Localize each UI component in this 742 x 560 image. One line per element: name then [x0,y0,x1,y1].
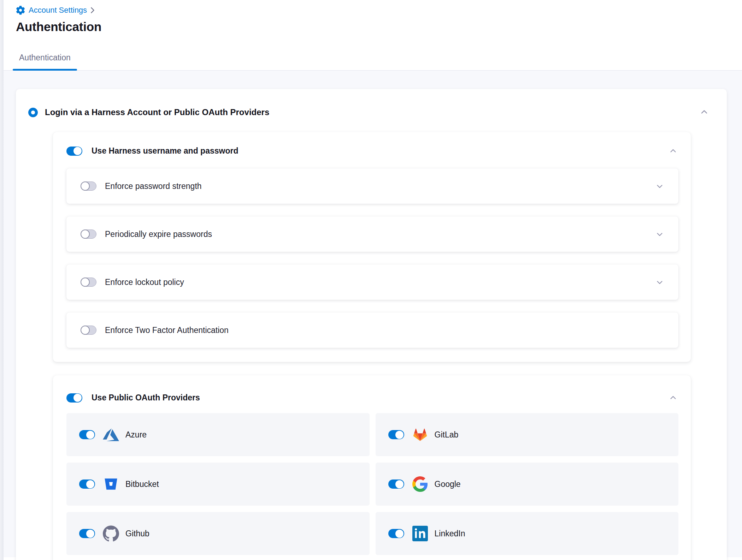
harness-username-password-toggle[interactable] [66,147,82,156]
expand-row-button[interactable] [655,278,664,287]
expand-row-button[interactable] [655,181,664,191]
row-label: Enforce Two Factor Authentication [105,326,229,335]
github-toggle[interactable] [79,529,95,538]
breadcrumb: Account Settings [16,5,742,16]
provider-label: Google [435,479,461,489]
bitbucket-toggle[interactable] [79,479,95,489]
toggle-knob [81,278,90,287]
row-label: Enforce password strength [105,181,202,191]
enforce-two-factor-authentication-row: Enforce Two Factor Authentication [66,312,678,348]
login-method-section-header: Login via a Harness Account or Public OA… [28,107,714,117]
oauth-card-collapse-button[interactable] [669,393,678,403]
tab-bar: Authentication [0,44,742,71]
oauth-card-header: Use Public OAuth Providers [66,393,678,403]
toggle-knob [395,530,404,538]
chevron-up-icon [669,393,678,403]
toggle-knob [395,480,404,488]
provider-tile-azure: Azure [66,413,370,456]
harness-username-password-card: Use Harness username and password Enforc… [53,132,691,362]
toggle-knob [81,326,90,335]
periodically-expire-passwords-row: Periodically expire passwords [66,216,678,252]
provider-tile-linkedin: LinkedIn [376,512,679,555]
chevron-up-icon [669,147,678,156]
enforce-lockout-policy-row: Enforce lockout policy [66,264,678,300]
chevron-down-icon [655,181,664,191]
toggle-knob [86,480,94,488]
harness-card-collapse-button[interactable] [669,147,678,156]
gear-icon [16,6,25,15]
row-label: Periodically expire passwords [105,230,212,239]
google-icon [412,476,428,492]
gitlab-toggle[interactable] [388,430,404,439]
azure-icon [103,427,119,443]
section-collapse-button[interactable] [699,107,709,117]
provider-label: Bitbucket [125,479,159,489]
tab-authentication[interactable]: Authentication [13,44,77,70]
harness-card-title: Use Harness username and password [92,146,238,156]
linkedin-toggle[interactable] [388,529,404,538]
provider-label: LinkedIn [435,529,465,538]
breadcrumb-account-settings-link[interactable]: Account Settings [16,6,87,15]
chevron-down-icon [655,230,664,239]
provider-label: Azure [125,430,147,440]
oauth-card-title: Use Public OAuth Providers [92,393,200,403]
provider-label: Github [125,529,149,538]
chevron-up-icon [699,107,709,117]
toggle-knob [86,431,94,439]
toggle-knob [73,147,82,155]
harness-card-header: Use Harness username and password [66,146,678,156]
public-oauth-providers-toggle[interactable] [66,393,82,403]
page-title: Authentication [16,20,742,34]
provider-tile-gitlab: GitLab [376,413,679,456]
toggle-knob [73,394,82,402]
azure-toggle[interactable] [79,430,95,439]
github-icon [103,525,119,542]
gitlab-icon [412,427,428,443]
collapsed-nav-edge [0,0,4,560]
enforce-two-factor-authentication-toggle[interactable] [81,326,96,335]
row-label: Enforce lockout policy [105,278,184,287]
provider-tile-bitbucket: Bitbucket [66,463,370,506]
page-content: Login via a Harness Account or Public OA… [0,71,742,557]
login-method-radio[interactable] [28,108,38,117]
linkedin-icon [412,525,428,542]
toggle-knob [81,181,90,191]
provider-tile-google: Google [376,463,679,506]
enforce-lockout-policy-toggle[interactable] [81,278,96,287]
chevron-down-icon [655,278,664,287]
toggle-knob [86,530,94,538]
expand-row-button[interactable] [655,230,664,239]
enforce-password-strength-row: Enforce password strength [66,168,678,204]
provider-tile-github: Github [66,512,370,555]
page-header: Account Settings Authentication [0,0,742,34]
enforce-password-strength-toggle[interactable] [81,181,96,191]
oauth-provider-grid: Azure GitLab Bitbucket [66,413,678,555]
provider-label: GitLab [435,430,459,440]
section-title: Login via a Harness Account or Public OA… [45,107,269,117]
toggle-knob [395,431,404,439]
chevron-right-icon [90,7,95,14]
auth-settings-card: Login via a Harness Account or Public OA… [16,89,727,560]
bitbucket-icon [103,476,119,492]
google-toggle[interactable] [388,479,404,489]
public-oauth-providers-card: Use Public OAuth Providers Azure [53,375,691,560]
breadcrumb-label: Account Settings [29,6,87,15]
periodically-expire-passwords-toggle[interactable] [81,230,96,239]
toggle-knob [81,230,90,239]
